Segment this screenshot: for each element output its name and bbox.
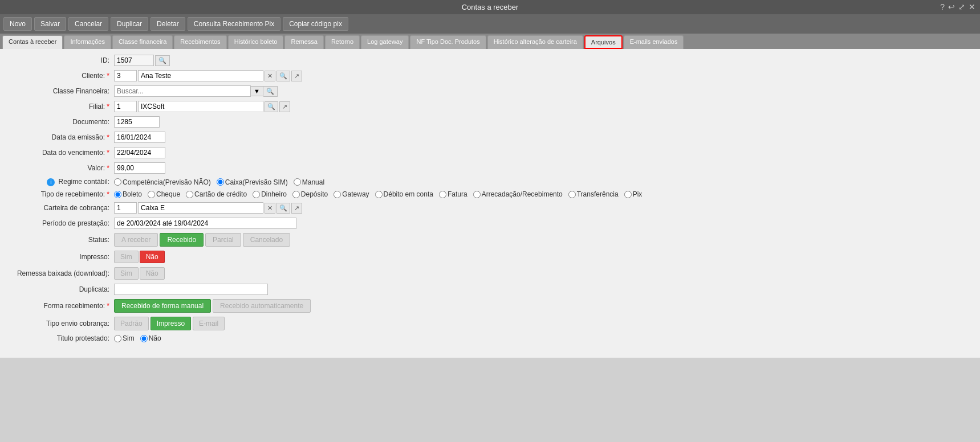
deletar-button[interactable]: Deletar <box>151 17 185 31</box>
impresso-sim-button[interactable]: Sim <box>114 251 139 263</box>
close-icon[interactable]: ✕ <box>969 2 975 11</box>
forma-recebimento-label: Forma recebimento: * <box>11 302 114 310</box>
titulo-sim[interactable]: Sim <box>114 334 135 342</box>
remessa-nao-button[interactable]: Não <box>140 267 165 280</box>
classe-financeira-dropdown-button[interactable]: ▼ <box>251 86 263 96</box>
cliente-id-input[interactable] <box>114 70 137 81</box>
duplicata-label: Duplicata: <box>11 285 114 293</box>
regime-option-caixa[interactable]: Caixa(Previsão SIM) <box>217 178 288 186</box>
regime-radio-group: Competência(Previsão NÃO) Caixa(Previsão… <box>114 178 324 186</box>
forma-automatico-button[interactable]: Recebido automaticamente <box>213 299 311 313</box>
id-input[interactable]: 1507 <box>114 55 154 66</box>
regime-info-icon[interactable]: i <box>47 178 55 186</box>
duplicata-input[interactable] <box>114 284 268 295</box>
tipo-deposito[interactable]: Depósito <box>292 190 328 198</box>
duplicar-button[interactable]: Duplicar <box>111 17 148 31</box>
tipo-cartao[interactable]: Cartão de crédito <box>186 190 247 198</box>
documento-input[interactable] <box>114 116 160 128</box>
tipo-dinheiro[interactable]: Dinheiro <box>253 190 287 198</box>
tipo-transferencia[interactable]: Transferência <box>568 190 619 198</box>
cliente-name-input[interactable] <box>138 70 263 81</box>
titulo-protestado-label: Titulo protestado: <box>11 334 114 342</box>
tab-classe-financeira[interactable]: Classe financeira <box>112 35 173 49</box>
id-field-group: 1507 🔍 <box>114 55 170 66</box>
impresso-nao-button[interactable]: Não <box>140 251 165 263</box>
form-content: ID: 1507 🔍 Cliente: * ✕ 🔍 ↗ Classe Finan… <box>0 49 980 358</box>
impresso-button-group: Sim Não <box>114 251 165 263</box>
tipo-recebimento-label: Tipo de recebimento: * <box>11 190 114 198</box>
tab-remessa[interactable]: Remessa <box>284 35 323 49</box>
cliente-open-button[interactable]: ↗ <box>291 71 302 81</box>
novo-button[interactable]: Novo <box>3 17 32 31</box>
impresso-label: Impresso: <box>11 253 114 261</box>
cancelar-button[interactable]: Cancelar <box>68 17 108 31</box>
consulta-pix-button[interactable]: Consulta Recebimento Pix <box>188 17 280 31</box>
cliente-search-button[interactable]: 🔍 <box>276 71 290 81</box>
regime-option-competencia[interactable]: Competência(Previsão NÃO) <box>114 178 211 186</box>
tab-recebimentos[interactable]: Recebimentos <box>174 35 226 49</box>
filial-open-button[interactable]: ↗ <box>279 101 290 112</box>
tab-retorno[interactable]: Retorno <box>325 35 360 49</box>
data-vencimento-input[interactable] <box>114 147 165 158</box>
forma-button-group: Recebido de forma manual Recebido automa… <box>114 299 311 313</box>
tipo-boleto[interactable]: Boleto <box>114 190 142 198</box>
id-search-button[interactable]: 🔍 <box>155 55 170 66</box>
tab-nf-tipo[interactable]: NF Tipo Doc. Produtos <box>410 35 486 49</box>
copiar-pix-button[interactable]: Copiar código pix <box>283 17 348 31</box>
documento-row: Documento: <box>11 116 969 128</box>
data-emissao-input[interactable] <box>114 132 165 143</box>
valor-label: Valor: * <box>11 164 114 172</box>
tab-informacoes[interactable]: Informações <box>64 35 111 49</box>
classe-financeira-input[interactable] <box>114 85 251 97</box>
cliente-row: Cliente: * ✕ 🔍 ↗ <box>11 70 969 81</box>
filial-search-button[interactable]: 🔍 <box>265 101 278 112</box>
carteira-search-button[interactable]: 🔍 <box>276 203 290 214</box>
envio-padrao-button[interactable]: Padrão <box>114 317 149 330</box>
status-parcial-button[interactable]: Parcial <box>205 233 241 247</box>
tab-emails[interactable]: E-mails enviados <box>624 35 684 49</box>
tipo-cheque[interactable]: Cheque <box>148 190 180 198</box>
valor-row: Valor: * <box>11 162 969 174</box>
tab-historico-carteira[interactable]: Histórico alteração de carteira <box>487 35 583 49</box>
expand-icon[interactable]: ⤢ <box>958 2 965 11</box>
envio-email-button[interactable]: E-mail <box>193 317 225 330</box>
salvar-button[interactable]: Salvar <box>34 17 66 31</box>
periodo-input[interactable] <box>114 218 296 229</box>
tab-contas-receber[interactable]: Contas à receber <box>2 35 63 49</box>
envio-impresso-button[interactable]: Impresso <box>151 317 191 330</box>
tipo-recebimento-radio-group: Boleto Cheque Cartão de crédito Dinheiro… <box>114 190 642 198</box>
tipo-arrecadacao[interactable]: Arrecadação/Recebimento <box>473 190 563 198</box>
carteira-clear-button[interactable]: ✕ <box>265 203 275 214</box>
tab-log-gateway[interactable]: Log gateway <box>361 35 409 49</box>
data-emissao-row: Data da emissão: * <box>11 132 969 143</box>
back-icon[interactable]: ↩ <box>948 2 955 11</box>
carteira-open-button[interactable]: ↗ <box>291 203 302 214</box>
tab-arquivos[interactable]: Arquivos <box>584 35 623 49</box>
regime-option-manual[interactable]: Manual <box>294 178 324 186</box>
help-icon[interactable]: ? <box>940 2 945 11</box>
documento-label: Documento: <box>11 118 114 126</box>
status-recebido-button[interactable]: Recebido <box>160 233 204 247</box>
carteira-field-group: ✕ 🔍 ↗ <box>114 202 302 214</box>
tipo-fatura[interactable]: Fatura <box>439 190 467 198</box>
titulo-nao[interactable]: Não <box>140 334 161 342</box>
carteira-name-input[interactable] <box>138 202 263 214</box>
tipo-pix[interactable]: Pix <box>624 190 643 198</box>
carteira-id-input[interactable] <box>114 202 137 214</box>
cliente-clear-button[interactable]: ✕ <box>265 71 275 81</box>
classe-financeira-search-button[interactable]: 🔍 <box>263 86 278 97</box>
status-cancelado-button[interactable]: Cancelado <box>243 233 290 247</box>
tab-historico-boleto[interactable]: Histórico boleto <box>228 35 284 49</box>
valor-input[interactable] <box>114 162 165 174</box>
filial-label: Filial: * <box>11 103 114 110</box>
status-a-receber-button[interactable]: A receber <box>114 233 158 247</box>
tipo-debito[interactable]: Débito em conta <box>375 190 433 198</box>
id-row: ID: 1507 🔍 <box>11 55 969 66</box>
title-bar: Contas a receber ? ↩ ⤢ ✕ <box>0 0 980 14</box>
filial-field-group: 🔍 ↗ <box>114 101 290 112</box>
remessa-sim-button[interactable]: Sim <box>114 267 139 280</box>
tipo-gateway[interactable]: Gateway <box>334 190 369 198</box>
forma-manual-button[interactable]: Recebido de forma manual <box>114 299 211 313</box>
filial-id-input[interactable] <box>114 101 137 112</box>
filial-name-input[interactable] <box>138 101 263 112</box>
